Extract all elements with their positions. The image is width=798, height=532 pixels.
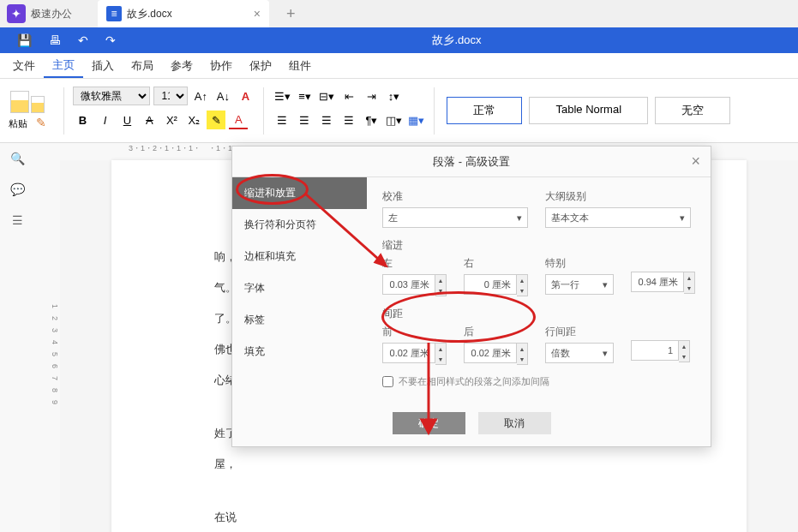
dialog-title: 段落 - 高级设置 — [433, 154, 510, 170]
increase-font-icon[interactable]: A↑ — [191, 87, 210, 105]
dialog-tabs: 缩进和放置 换行符和分页符 边框和填充 字体 标签 填充 — [232, 177, 367, 400]
after-label: 后 — [464, 325, 528, 339]
tab-border[interactable]: 边框和填充 — [232, 241, 367, 272]
menu-bar: 文件 主页 插入 布局 参考 协作 保护 组件 — [0, 53, 798, 79]
decrease-font-icon[interactable]: A↓ — [213, 87, 232, 105]
italic-icon[interactable]: I — [95, 111, 114, 129]
side-toolbar: 🔍 💬 ☰ — [0, 143, 34, 532]
strikethrough-icon[interactable]: A — [140, 111, 159, 129]
paragraph-mark-icon[interactable]: ¶▾ — [362, 111, 381, 129]
font-color-icon[interactable]: A — [236, 87, 255, 105]
align-select[interactable]: 左▾ — [382, 207, 528, 228]
add-tab-icon[interactable]: + — [286, 5, 296, 23]
before-label: 前 — [382, 325, 447, 339]
align-right-icon[interactable]: ☰ — [317, 111, 336, 129]
bold-icon[interactable]: B — [73, 111, 92, 129]
outline-label: 大纲级别 — [545, 189, 691, 204]
paste-icon — [31, 96, 45, 113]
superscript-icon[interactable]: X² — [162, 111, 181, 129]
search-icon[interactable]: 🔍 — [10, 152, 25, 165]
ok-button[interactable]: 确定 — [393, 412, 465, 434]
tab-font[interactable]: 字体 — [232, 272, 367, 304]
line-spacing-select[interactable]: 倍数▾ — [545, 343, 614, 363]
font-size-select[interactable]: 11.5 — [153, 87, 188, 105]
indent-section: 缩进 — [382, 238, 695, 253]
paste-button[interactable]: 粘贴 ✎ — [9, 91, 46, 130]
special-by-spinner[interactable]: 0.94 厘米▲▼ — [631, 272, 695, 294]
spacing-section: 间距 — [382, 307, 695, 321]
cancel-button[interactable]: 取消 — [478, 412, 551, 434]
subscript-icon[interactable]: X₂ — [184, 111, 203, 129]
tab-break[interactable]: 换行符和分页符 — [232, 209, 367, 241]
shading-icon[interactable]: ◫▾ — [384, 111, 403, 129]
menu-collab[interactable]: 协作 — [201, 55, 241, 77]
highlight-icon[interactable]: ✎ — [207, 111, 225, 129]
window-title: 故乡.docx — [124, 33, 789, 48]
align-center-icon[interactable]: ☰ — [295, 111, 314, 129]
menu-component[interactable]: 组件 — [280, 55, 320, 77]
before-spacing-spinner[interactable]: 0.02 厘米▲▼ — [382, 343, 447, 365]
style-table-normal[interactable]: Table Normal — [529, 97, 648, 124]
menu-reference[interactable]: 参考 — [162, 55, 201, 77]
title-bar: ✦ 极速办公 ≡ 故乡.docx × + — [0, 0, 798, 27]
outline-icon[interactable]: ☰ — [12, 213, 23, 227]
align-label: 校准 — [382, 189, 528, 204]
decrease-indent-icon[interactable]: ⇤ — [339, 87, 358, 105]
multilevel-list-icon[interactable]: ⊟▾ — [317, 87, 336, 105]
outline-select[interactable]: 基本文本▾ — [545, 207, 691, 228]
borders-icon[interactable]: ▦▾ — [406, 111, 425, 129]
underline-icon[interactable]: U — [117, 111, 136, 129]
quick-access-bar: 💾 🖶 ↶ ↷ 故乡.docx — [0, 27, 798, 53]
dialog-content: 校准 左▾ 大纲级别 基本文本▾ 缩进 左 0.03 厘米▲▼ 右 0 厘米▲▼ — [367, 177, 711, 400]
paste-icon — [10, 91, 29, 113]
no-space-label: 不要在相同样式的段落之间添加间隔 — [399, 375, 549, 388]
menu-layout[interactable]: 布局 — [123, 55, 162, 77]
close-tab-icon[interactable]: × — [254, 7, 261, 21]
menu-insert[interactable]: 插入 — [83, 55, 123, 77]
app-name: 极速办公 — [31, 7, 72, 21]
line-spacing-icon[interactable]: ↕▾ — [384, 87, 403, 105]
tab-indent[interactable]: 缩进和放置 — [232, 177, 367, 209]
right-indent-spinner[interactable]: 0 厘米▲▼ — [464, 274, 528, 296]
right-label: 右 — [464, 256, 528, 271]
tab-fill[interactable]: 填充 — [232, 336, 367, 368]
line-spacing-label: 行间距 — [545, 325, 614, 339]
format-painter-icon[interactable]: ✎ — [36, 116, 46, 129]
font-name-select[interactable]: 微软雅黑 — [73, 87, 150, 105]
comment-icon[interactable]: 💬 — [10, 182, 25, 196]
special-select[interactable]: 第一行▾ — [545, 274, 614, 295]
text-line: 屋， — [214, 453, 712, 475]
style-normal[interactable]: 正常 — [447, 97, 522, 124]
left-label: 左 — [382, 256, 447, 271]
close-icon[interactable]: × — [691, 152, 700, 170]
undo-icon[interactable]: ↶ — [78, 33, 88, 47]
document-tab[interactable]: ≡ 故乡.docx × — [98, 0, 269, 27]
menu-home[interactable]: 主页 — [44, 54, 83, 78]
increase-indent-icon[interactable]: ⇥ — [362, 87, 381, 105]
print-icon[interactable]: 🖶 — [49, 33, 61, 47]
after-spacing-spinner[interactable]: 0.02 厘米▲▼ — [464, 343, 528, 365]
left-indent-spinner[interactable]: 0.03 厘米▲▼ — [382, 274, 447, 296]
no-space-checkbox[interactable] — [382, 376, 393, 387]
style-nospace[interactable]: 无空 — [655, 97, 730, 124]
doc-icon: ≡ — [106, 6, 122, 21]
tab-tab[interactable]: 标签 — [232, 304, 367, 336]
vertical-ruler: 1 2 3 4 5 6 7 8 9 — [34, 143, 60, 532]
menu-file[interactable]: 文件 — [4, 55, 44, 77]
align-left-icon[interactable]: ☰ — [273, 111, 291, 129]
menu-protect[interactable]: 保护 — [241, 55, 280, 77]
text-color-icon[interactable]: A — [229, 111, 248, 129]
dialog-title-bar[interactable]: 段落 - 高级设置 × — [232, 146, 711, 177]
ribbon: 粘贴 ✎ 微软雅黑 11.5 A↑ A↓ A B I U A X² X₂ ✎ A… — [0, 79, 798, 143]
save-icon[interactable]: 💾 — [17, 33, 32, 47]
text-line: 在说 — [214, 506, 712, 529]
app-logo-icon: ✦ — [7, 4, 26, 23]
align-justify-icon[interactable]: ☰ — [339, 111, 358, 129]
redo-icon[interactable]: ↷ — [105, 33, 116, 47]
doc-title: 故乡.docx — [127, 7, 172, 21]
bullet-list-icon[interactable]: ☰▾ — [273, 87, 291, 105]
paragraph-dialog: 段落 - 高级设置 × 缩进和放置 换行符和分页符 边框和填充 字体 标签 填充… — [231, 146, 711, 447]
line-at-spinner[interactable]: 1▲▼ — [631, 340, 690, 362]
special-label: 特别 — [545, 256, 614, 271]
number-list-icon[interactable]: ≡▾ — [295, 87, 314, 105]
